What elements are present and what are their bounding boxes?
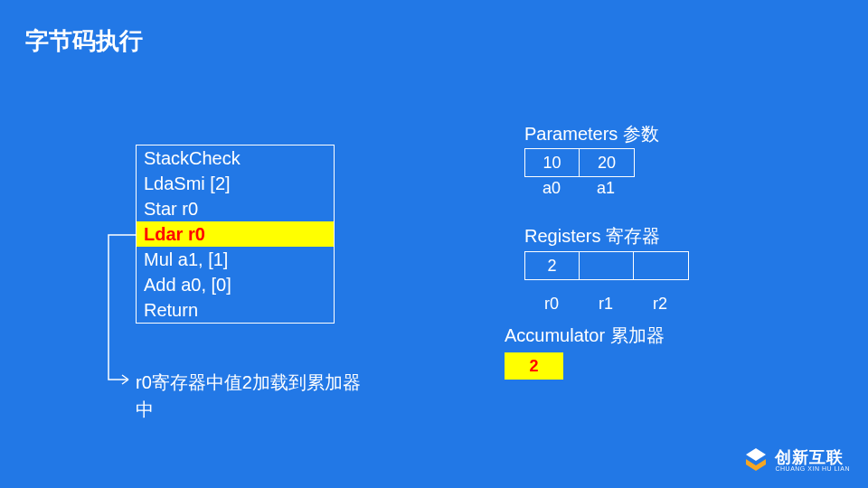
slide-title: 字节码执行 [25,25,143,57]
bytecode-line: StackCheck [137,145,334,171]
logo-brand: 创新互联 [775,449,850,465]
parameters-names: a0 a1 [524,179,633,198]
explain-text: r0寄存器中值2加载到累加器中 [136,369,371,423]
registers-label: Registers 寄存器 [524,224,660,249]
reg-name: r1 [579,295,633,314]
parameters-cells: 10 20 [524,148,635,177]
accumulator-label: Accumulator 累加器 [505,324,665,348]
arrow-icon [99,226,145,389]
param-cell: 20 [580,149,634,176]
brand-logo: 创新互联 CHUANG XIN HU LIAN [742,446,850,474]
reg-name: r2 [633,295,687,314]
accumulator-value: 2 [505,352,563,380]
logo-icon [742,446,769,474]
bytecode-line: Star r0 [137,196,334,221]
bytecode-line: Return [137,297,334,323]
registers-cells: 2 [524,251,689,280]
reg-cell: 2 [525,252,580,279]
bytecode-line: Add a0, [0] [137,272,334,297]
bytecode-list: StackCheck LdaSmi [2] Star r0 Ldar r0 Mu… [136,145,335,324]
reg-name: r0 [524,295,579,314]
bytecode-line: LdaSmi [2] [137,171,334,196]
registers-names: r0 r1 r2 [524,295,687,314]
param-cell: 10 [525,149,580,176]
param-name: a1 [579,179,633,198]
reg-cell [634,252,688,279]
bytecode-line: Mul a1, [1] [137,247,334,272]
reg-cell [580,252,634,279]
param-name: a0 [524,179,579,198]
bytecode-line-current: Ldar r0 [137,221,334,247]
parameters-label: Parameters 参数 [524,122,659,146]
logo-sub: CHUANG XIN HU LIAN [775,465,850,472]
